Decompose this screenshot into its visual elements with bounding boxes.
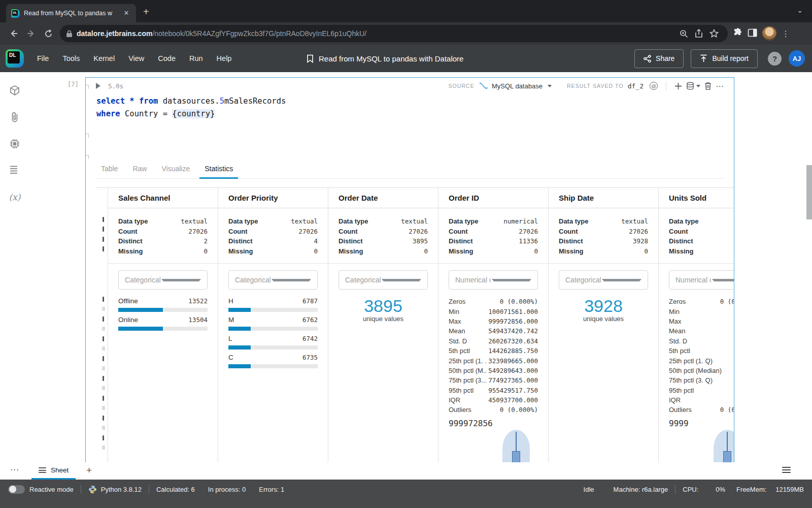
outline-icon[interactable]: [8, 163, 22, 177]
meta-row: Distinct3895: [339, 236, 428, 246]
zoom-page-icon[interactable]: [676, 26, 691, 41]
browser-tab[interactable]: DL Read from MySQL to pandas w ✕: [6, 4, 136, 22]
tab-table[interactable]: Table: [96, 165, 123, 178]
menu-file[interactable]: File: [37, 54, 49, 62]
mem-value: 12159MB: [775, 486, 804, 493]
forward-icon[interactable]: [22, 25, 40, 42]
meta-row: Missing0: [449, 246, 538, 257]
share-button[interactable]: Share: [634, 49, 684, 68]
meta-label: Data type: [559, 217, 589, 225]
environment-icon[interactable]: [8, 137, 22, 151]
meta-row: Missing0: [118, 246, 208, 257]
numeric-stat-row: 50th pctl (M...549289643.000: [449, 366, 538, 375]
errors-count: Errors: 1: [259, 486, 284, 493]
tab-close-icon[interactable]: ✕: [122, 9, 131, 18]
code-collapse-handle-icon[interactable]: [85, 134, 89, 140]
notebook-cell[interactable]: 5.0s SOURCE MySQL database RESULT SAVED …: [85, 77, 734, 462]
meta-value: 27026: [188, 228, 208, 235]
column-type-select[interactable]: Categorical column: [228, 270, 318, 290]
menu-kernel[interactable]: Kernel: [93, 54, 115, 62]
menu-code[interactable]: Code: [158, 54, 176, 62]
sheets-more-icon[interactable]: ⋯: [10, 464, 20, 475]
meta-label: Data type: [449, 217, 479, 225]
python-version[interactable]: Python 3.8.12: [101, 486, 142, 493]
menu-tools[interactable]: Tools: [62, 54, 80, 62]
select-value: Numerical column: [455, 276, 491, 284]
column-divider: [659, 263, 734, 264]
column-type-select[interactable]: Numerical column: [669, 270, 734, 290]
database-caret-icon[interactable]: [696, 85, 700, 87]
stat-label: 50th pctl (Median): [669, 367, 722, 374]
vertical-scrollbar[interactable]: [806, 165, 812, 219]
browser-profile-avatar[interactable]: [762, 26, 776, 41]
bookmark-star-icon[interactable]: [706, 26, 722, 41]
code-editor[interactable]: select * from datasources.5mSalesRecords…: [96, 95, 286, 120]
stat-value: 999972856.000: [488, 318, 538, 325]
datalore-logo[interactable]: DL: [6, 49, 24, 68]
notebook-title[interactable]: Read from MySQL to pandas with Datalore: [319, 54, 463, 63]
reactive-mode-toggle[interactable]: [8, 485, 25, 494]
meta-value: 0: [644, 247, 648, 255]
column-type-select[interactable]: Categorical column: [559, 270, 648, 290]
add-cell-icon[interactable]: [674, 82, 682, 90]
menu-run[interactable]: Run: [189, 54, 203, 62]
bookmark-icon[interactable]: [307, 54, 314, 63]
delete-cell-icon[interactable]: [704, 82, 712, 90]
meta-value: 3928: [633, 237, 648, 245]
select-caret-icon: [272, 279, 311, 281]
user-avatar[interactable]: AJ: [789, 50, 805, 67]
clipped-fragment: [102, 426, 105, 430]
cell-more-icon[interactable]: ⋯: [716, 81, 724, 91]
select-caret-icon: [492, 279, 531, 281]
bar-track: [118, 308, 208, 312]
clipped-fragment: [102, 446, 105, 450]
column-divider: [328, 263, 438, 264]
bottom-menu-icon[interactable]: [782, 465, 791, 474]
run-cell-icon[interactable]: [96, 82, 103, 89]
meta-value: 27026: [519, 228, 538, 235]
add-sheet-button[interactable]: +: [86, 465, 92, 476]
meta-row: Data typetextual: [228, 216, 318, 227]
attachments-icon[interactable]: [8, 110, 22, 124]
output-collapse-handle-icon[interactable]: [85, 155, 89, 162]
share-page-icon[interactable]: [691, 26, 706, 41]
code-line[interactable]: select * from datasources.5mSalesRecords: [96, 95, 286, 108]
category-count: 6787: [302, 297, 318, 305]
clipped-fragment: [102, 366, 105, 370]
sheet-tab[interactable]: Sheet: [31, 462, 76, 480]
browser-menu-icon[interactable]: ⋮: [782, 29, 790, 39]
menu-help[interactable]: Help: [217, 54, 232, 62]
stat-value: 0 (0.000%): [500, 298, 538, 305]
variables-icon[interactable]: (x): [8, 190, 22, 204]
extensions-icon[interactable]: [733, 28, 742, 40]
menu-view[interactable]: View: [128, 54, 144, 62]
help-button[interactable]: ?: [768, 52, 782, 66]
tab-statistics[interactable]: Statistics: [199, 165, 238, 178]
build-report-button[interactable]: Build report: [691, 49, 758, 68]
clipped-fragment: [103, 246, 104, 251]
reload-icon[interactable]: [40, 25, 57, 42]
variable-link-icon[interactable]: @: [650, 82, 658, 90]
tab-visualize[interactable]: Visualize: [156, 165, 195, 178]
select-caret-icon: [602, 279, 641, 281]
result-variable[interactable]: df_2: [628, 82, 644, 90]
stat-label: Min: [449, 308, 459, 315]
tab-search-chevron-icon[interactable]: ⌄: [797, 6, 803, 14]
column-type-select[interactable]: Categorical column: [118, 270, 208, 290]
side-panel-icon[interactable]: [748, 28, 757, 40]
new-tab-button[interactable]: +: [143, 6, 149, 18]
source-caret-icon[interactable]: [548, 85, 552, 87]
machine-info[interactable]: Machine: r6a.large: [614, 486, 668, 493]
source-value[interactable]: MySQL database: [492, 82, 543, 90]
meta-row: Missing0: [559, 246, 648, 257]
packages-icon[interactable]: [8, 83, 22, 98]
back-icon[interactable]: [5, 25, 22, 42]
meta-row: Distinct: [669, 236, 734, 246]
code-line[interactable]: where Country = {country}: [96, 108, 286, 120]
column-type-select[interactable]: Numerical column: [449, 270, 538, 290]
tab-raw[interactable]: Raw: [127, 165, 152, 178]
column-type-select[interactable]: Categorical column: [339, 270, 428, 290]
database-icon[interactable]: [686, 82, 694, 90]
stat-value: 549289643.000: [488, 367, 538, 374]
url-bar[interactable]: datalore.jetbrains.com/notebook/0k5R4AZg…: [60, 25, 728, 42]
